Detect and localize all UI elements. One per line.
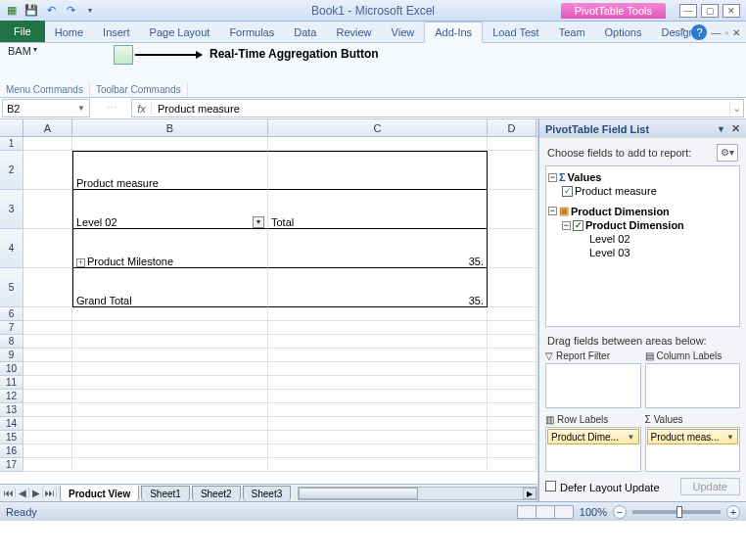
tree-field-product-measure[interactable]: Product measure xyxy=(575,185,657,197)
help-icon[interactable]: ? xyxy=(691,24,707,40)
real-time-aggregation-button[interactable] xyxy=(114,45,133,65)
last-sheet-icon[interactable]: ⏭ xyxy=(43,488,57,498)
cell[interactable] xyxy=(268,137,488,151)
cell[interactable]: 35. xyxy=(268,229,488,268)
cell[interactable] xyxy=(72,335,268,349)
row-header[interactable]: 11 xyxy=(0,376,23,390)
cell[interactable] xyxy=(488,321,536,335)
qat-dropdown-icon[interactable]: ▾ xyxy=(82,3,98,19)
chevron-down-icon[interactable]: ▼ xyxy=(628,433,635,442)
cell[interactable] xyxy=(268,444,488,458)
update-button[interactable]: Update xyxy=(680,478,740,495)
zoom-in-button[interactable]: + xyxy=(726,505,740,519)
file-tab[interactable]: File xyxy=(0,21,45,42)
area-report-filter[interactable] xyxy=(545,363,641,408)
cell[interactable] xyxy=(488,307,536,321)
cell[interactable] xyxy=(72,390,268,403)
cell[interactable] xyxy=(23,268,72,307)
cell[interactable] xyxy=(488,458,536,472)
select-all-corner[interactable] xyxy=(0,119,23,136)
scroll-thumb[interactable] xyxy=(299,488,417,499)
save-icon[interactable]: 💾 xyxy=(23,3,39,19)
row-header[interactable]: 12 xyxy=(0,390,23,403)
next-sheet-icon[interactable]: ▶ xyxy=(29,488,43,498)
sheet-tab-sheet3[interactable]: Sheet3 xyxy=(243,486,292,501)
cell[interactable] xyxy=(23,444,72,458)
tab-page-layout[interactable]: Page Layout xyxy=(140,23,220,42)
tab-review[interactable]: Review xyxy=(326,23,381,42)
col-header-d[interactable]: D xyxy=(488,119,536,136)
cell[interactable] xyxy=(268,458,488,472)
cell[interactable] xyxy=(488,349,536,362)
row-header[interactable]: 13 xyxy=(0,403,23,417)
page-layout-view-button[interactable] xyxy=(536,505,555,519)
cell[interactable] xyxy=(23,137,72,151)
cell[interactable] xyxy=(268,417,488,431)
zoom-slider-thumb[interactable] xyxy=(676,506,682,518)
cell[interactable] xyxy=(72,137,268,151)
cell[interactable] xyxy=(72,349,268,362)
cell[interactable] xyxy=(268,321,488,335)
cell[interactable] xyxy=(23,390,72,403)
cell[interactable] xyxy=(268,390,488,403)
cell[interactable]: Total xyxy=(268,190,488,229)
cell[interactable]: Product measure xyxy=(72,151,268,190)
normal-view-button[interactable] xyxy=(517,505,536,519)
cell[interactable] xyxy=(488,431,536,444)
row-header[interactable]: 1 xyxy=(0,137,23,151)
tab-home[interactable]: Home xyxy=(45,23,93,42)
cell[interactable] xyxy=(488,268,536,307)
row-header[interactable]: 14 xyxy=(0,417,23,431)
chip-product-measure[interactable]: Product meas...▼ xyxy=(647,429,739,444)
cell[interactable] xyxy=(23,403,72,417)
row-header[interactable]: 9 xyxy=(0,349,23,362)
cell[interactable] xyxy=(23,321,72,335)
chevron-down-icon[interactable]: ▼ xyxy=(726,433,734,442)
cell[interactable] xyxy=(72,431,268,444)
layout-options-button[interactable]: ⚙▾ xyxy=(717,144,738,162)
wb-minimize-icon[interactable]: — xyxy=(711,27,721,38)
row-header[interactable]: 4 xyxy=(0,229,23,268)
cell[interactable] xyxy=(268,307,488,321)
row-header[interactable]: 10 xyxy=(0,362,23,376)
row-header[interactable]: 2 xyxy=(0,151,23,190)
cell[interactable] xyxy=(488,190,536,229)
col-header-b[interactable]: B xyxy=(72,119,268,136)
zoom-slider[interactable] xyxy=(632,510,721,514)
cell[interactable] xyxy=(488,229,536,268)
cell[interactable] xyxy=(72,458,268,472)
close-icon[interactable]: ✕ xyxy=(731,122,740,134)
grid-body[interactable]: 1 2Product measure 3Level 02▾Total 4+Pro… xyxy=(0,137,537,484)
zoom-out-button[interactable]: − xyxy=(613,505,627,519)
row-header[interactable]: 6 xyxy=(0,307,23,321)
cell[interactable] xyxy=(488,335,536,349)
scroll-right-icon[interactable]: ▶ xyxy=(523,488,536,499)
cell[interactable] xyxy=(72,444,268,458)
cell[interactable] xyxy=(488,362,536,376)
filter-dropdown-icon[interactable]: ▾ xyxy=(253,216,264,228)
chip-product-dimension[interactable]: Product Dime...▼ xyxy=(547,429,639,444)
tab-options[interactable]: Options xyxy=(595,23,652,42)
defer-layout-checkbox[interactable]: Defer Layout Update xyxy=(545,481,660,493)
cell[interactable] xyxy=(488,444,536,458)
tree-field-level03[interactable]: Level 03 xyxy=(589,247,630,258)
cell[interactable] xyxy=(23,349,72,362)
chevron-down-icon[interactable]: ▼ xyxy=(717,124,725,134)
tab-load-test[interactable]: Load Test xyxy=(483,23,549,42)
cell[interactable] xyxy=(23,229,72,268)
cell[interactable] xyxy=(488,137,536,151)
minimize-ribbon-icon[interactable]: ⌃ xyxy=(678,26,687,39)
collapse-icon[interactable]: − xyxy=(548,173,557,182)
tree-node-product-dimension[interactable]: Product Dimension xyxy=(571,206,670,217)
wb-restore-icon[interactable]: ▫ xyxy=(724,27,728,38)
undo-icon[interactable]: ↶ xyxy=(43,3,59,19)
cell[interactable] xyxy=(72,362,268,376)
sheet-tab-product-view[interactable]: Product View xyxy=(60,486,139,501)
expand-icon[interactable]: + xyxy=(76,258,85,267)
prev-sheet-icon[interactable]: ◀ xyxy=(16,488,29,498)
tab-add-ins[interactable]: Add-Ins xyxy=(424,22,483,43)
cell[interactable]: Grand Total xyxy=(72,268,268,307)
horizontal-scrollbar[interactable]: ◀ ▶ xyxy=(298,487,537,500)
cell[interactable] xyxy=(72,417,268,431)
row-header[interactable]: 8 xyxy=(0,335,23,349)
